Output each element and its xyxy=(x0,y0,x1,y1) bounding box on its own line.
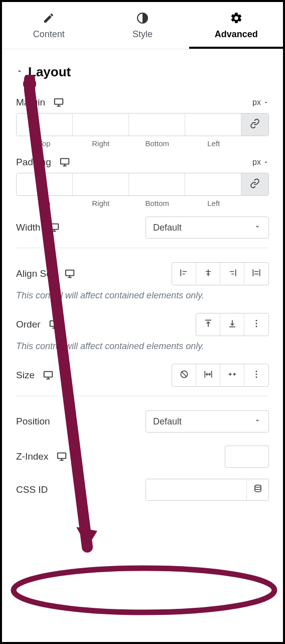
padding-right-input[interactable] xyxy=(73,173,129,195)
padding-unit-select[interactable]: px xyxy=(252,158,269,167)
contrast-icon xyxy=(96,11,190,25)
align-stretch-button[interactable] xyxy=(244,263,268,285)
position-select[interactable]: Default xyxy=(146,410,269,433)
size-shrink-button[interactable] xyxy=(220,364,244,386)
align-end-button[interactable] xyxy=(220,263,244,285)
order-first-button[interactable] xyxy=(196,313,220,336)
more-vertical-icon xyxy=(251,318,261,331)
section-title: Layout xyxy=(28,64,71,80)
align-center-button[interactable] xyxy=(196,263,220,285)
arrow-to-top-icon xyxy=(203,318,213,331)
padding-link-button[interactable] xyxy=(241,173,268,195)
tab-advanced[interactable]: Advanced xyxy=(189,2,283,49)
desktop-icon[interactable] xyxy=(43,370,54,381)
svg-rect-4 xyxy=(66,270,74,276)
alignself-note: This control will affect contained eleme… xyxy=(16,290,269,301)
unit-text: px xyxy=(252,98,261,107)
order-more-button[interactable] xyxy=(244,313,268,336)
svg-point-7 xyxy=(256,323,257,325)
section-header-layout[interactable]: Layout xyxy=(16,64,269,80)
order-label: Order xyxy=(16,319,41,330)
tab-label: Style xyxy=(132,29,153,39)
margin-left-input[interactable] xyxy=(185,114,241,136)
margin-unit-select[interactable]: px xyxy=(252,98,269,107)
chevron-down-icon xyxy=(16,68,23,77)
margin-top-input[interactable] xyxy=(17,114,73,136)
link-icon xyxy=(250,178,260,190)
link-icon xyxy=(250,119,260,131)
svg-point-8 xyxy=(256,326,257,327)
cssid-dynamic-button[interactable] xyxy=(246,479,268,500)
margin-label: Margin xyxy=(16,97,45,108)
desktop-icon[interactable] xyxy=(56,451,67,462)
padding-label: Padding xyxy=(16,157,51,168)
svg-point-15 xyxy=(255,485,261,488)
caret-down-icon xyxy=(253,416,261,427)
sublabel: Bottom xyxy=(129,199,186,207)
sublabel: Top xyxy=(16,199,73,207)
sublabel: Bottom xyxy=(129,139,186,148)
size-none-button[interactable] xyxy=(172,364,196,386)
none-icon xyxy=(179,369,189,381)
align-stretch-icon xyxy=(251,268,261,280)
desktop-icon[interactable] xyxy=(59,157,70,168)
sublabel: Left xyxy=(186,199,242,207)
svg-rect-2 xyxy=(60,159,69,164)
desktop-icon[interactable] xyxy=(53,97,64,108)
order-note: This control will affect contained eleme… xyxy=(16,341,269,352)
tab-label: Content xyxy=(33,29,65,39)
more-vertical-icon xyxy=(251,369,261,381)
tab-content[interactable]: Content xyxy=(2,2,96,49)
svg-rect-9 xyxy=(44,372,53,377)
select-value: Default xyxy=(153,223,182,233)
desktop-icon[interactable] xyxy=(49,222,60,233)
svg-rect-5 xyxy=(50,321,58,327)
size-grow-button[interactable] xyxy=(196,364,220,386)
width-select[interactable]: Default xyxy=(146,217,269,239)
cssid-input[interactable] xyxy=(146,479,246,500)
svg-point-6 xyxy=(256,320,257,321)
align-start-button[interactable] xyxy=(172,263,196,285)
svg-point-17 xyxy=(14,568,274,612)
zindex-label: Z-Index xyxy=(16,451,48,462)
gear-icon xyxy=(189,11,283,25)
tab-style[interactable]: Style xyxy=(96,2,190,49)
svg-rect-1 xyxy=(55,99,63,104)
desktop-icon[interactable] xyxy=(64,268,75,279)
alignself-label: Align Self xyxy=(16,268,56,279)
sublabel: Top xyxy=(16,139,73,148)
desktop-icon[interactable] xyxy=(49,319,60,330)
size-more-button[interactable] xyxy=(244,364,268,386)
sublabel: Right xyxy=(73,139,129,148)
svg-point-11 xyxy=(256,371,257,372)
database-icon xyxy=(253,484,262,495)
position-label: Position xyxy=(16,416,50,427)
margin-bottom-input[interactable] xyxy=(129,114,185,136)
zindex-input[interactable] xyxy=(225,446,269,468)
order-last-button[interactable] xyxy=(220,313,244,336)
select-value: Default xyxy=(153,416,182,427)
grow-icon xyxy=(203,369,213,381)
align-start-icon xyxy=(179,268,189,280)
padding-bottom-input[interactable] xyxy=(129,173,185,195)
sublabel: Right xyxy=(73,199,129,207)
svg-rect-3 xyxy=(50,224,58,230)
sublabel: Left xyxy=(186,139,242,148)
unit-text: px xyxy=(252,158,261,167)
align-end-icon xyxy=(227,268,237,280)
cssid-label: CSS ID xyxy=(16,484,48,495)
tab-label: Advanced xyxy=(215,29,258,39)
svg-point-13 xyxy=(256,376,257,378)
padding-left-input[interactable] xyxy=(185,173,241,195)
margin-right-input[interactable] xyxy=(73,114,129,136)
arrow-to-bottom-icon xyxy=(227,318,237,331)
caret-down-icon xyxy=(253,223,261,233)
pencil-icon xyxy=(2,11,96,25)
padding-top-input[interactable] xyxy=(17,173,73,195)
size-label: Size xyxy=(16,370,35,381)
svg-point-12 xyxy=(256,374,257,375)
shrink-icon xyxy=(227,369,237,381)
margin-link-button[interactable] xyxy=(241,114,268,136)
annotation-ellipse xyxy=(9,565,279,616)
width-label: Width xyxy=(16,222,41,233)
